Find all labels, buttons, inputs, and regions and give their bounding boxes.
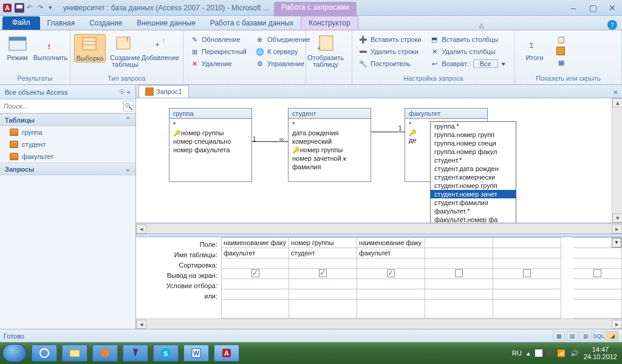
query-design-surface[interactable]: группа * 🔑номер группы номер специально … — [136, 98, 622, 223]
dropdown-item[interactable]: студент.* — [431, 156, 516, 164]
cell-sort[interactable] — [289, 258, 357, 269]
tray-volume-icon[interactable]: 🔊 — [570, 349, 579, 357]
horizontal-scrollbar[interactable]: ◂▸ — [136, 223, 622, 234]
field-dropdown[interactable]: группа.*группа.номер группгруппа.номер с… — [430, 121, 516, 223]
dropdown-item[interactable]: факультет.* — [431, 207, 516, 215]
nav-table-student[interactable]: студент — [0, 138, 135, 150]
checkbox[interactable] — [523, 269, 531, 277]
view-button[interactable]: Режим — [4, 34, 31, 61]
tab-create[interactable]: Создание — [82, 16, 129, 30]
doc-tab-zapros1[interactable]: Запрос1 — [138, 85, 189, 98]
view-design-icon[interactable]: ◢ — [606, 331, 618, 341]
cell-sort[interactable] — [222, 258, 289, 269]
field[interactable]: дата рождения — [291, 129, 368, 137]
field[interactable]: номер зачетной к — [291, 154, 368, 163]
cell-table[interactable]: студент — [289, 248, 357, 258]
cell-field[interactable]: наименование факу — [222, 238, 289, 248]
cell-criteria[interactable] — [425, 279, 493, 289]
tray-flag-icon[interactable] — [535, 349, 542, 357]
checkbox[interactable] — [387, 269, 395, 277]
dropdown-item[interactable]: факультет.номер фа — [431, 215, 516, 223]
scroll-down-button[interactable]: ▾ — [612, 214, 622, 223]
view-pivot-icon[interactable]: ▤ — [566, 331, 578, 341]
dropdown-item[interactable]: студент.фамилия — [431, 198, 516, 207]
field-pk[interactable]: 🔑номер группы — [172, 129, 249, 137]
delete-rows-button[interactable]: ➖Удалить строки — [356, 46, 423, 57]
field-pk[interactable]: 🔑номер группы — [291, 146, 368, 154]
cell-field[interactable]: номер группы — [289, 238, 357, 248]
taskbar-ie[interactable] — [32, 345, 57, 362]
cell-field[interactable] — [425, 238, 493, 248]
doc-close-button[interactable]: ✕ — [609, 87, 622, 98]
restore-button[interactable]: ▢ — [586, 2, 600, 13]
cell-or[interactable] — [493, 289, 561, 300]
search-icon[interactable]: 🔍 — [123, 101, 134, 112]
save-icon[interactable] — [15, 3, 24, 13]
dropdown-item[interactable]: группа.номер групп — [431, 130, 516, 139]
tray-show-hidden-icon[interactable]: ▴ — [527, 349, 530, 357]
tab-home[interactable]: Главная — [40, 16, 83, 30]
grid-col[interactable]: номер группыстудент — [289, 237, 357, 318]
search-input[interactable] — [1, 101, 123, 111]
cell-or[interactable] — [425, 289, 493, 300]
show-table-button[interactable]: +Отобразить таблицу — [310, 34, 341, 68]
view-datasheet-icon[interactable]: ▦ — [553, 331, 565, 341]
cell-or[interactable] — [222, 289, 289, 300]
cell-show[interactable] — [222, 269, 289, 279]
insert-rows-button[interactable]: ➕Вставить строки — [356, 34, 423, 45]
scroll-left-button[interactable]: ◂ — [136, 224, 146, 234]
dropdown-item[interactable]: группа.* — [431, 122, 516, 130]
grid-col[interactable] — [425, 237, 493, 318]
insert-cols-button[interactable]: ⬒Вставить столбцы — [427, 34, 507, 45]
table-names-button[interactable]: ▦ — [554, 57, 569, 68]
taskbar-explorer[interactable] — [62, 345, 87, 362]
dropdown-item[interactable]: группа.номер факул — [431, 147, 516, 156]
close-button[interactable]: ✕ — [605, 2, 620, 13]
tab-external[interactable]: Внешние данные — [129, 16, 203, 30]
select-query-button[interactable]: Выборка — [74, 34, 106, 62]
scroll-right-button[interactable]: ▸ — [612, 320, 622, 329]
property-sheet-button[interactable] — [554, 46, 569, 56]
nav-table-gruppa[interactable]: группа — [0, 126, 135, 138]
cell-table[interactable]: факультет — [222, 248, 289, 258]
help-icon[interactable]: ? — [607, 20, 617, 30]
redo-button[interactable]: ↷ — [38, 4, 46, 12]
scroll-left-button[interactable]: ◂ — [136, 320, 146, 329]
taskbar-word[interactable]: W — [183, 345, 209, 362]
cell-sort[interactable] — [425, 258, 493, 269]
dropdown-button[interactable]: ▼ — [612, 238, 621, 248]
tray-clock[interactable]: 14:4724.10.2012 — [584, 346, 617, 360]
dropdown-item[interactable]: студент.дата рожден — [431, 164, 516, 173]
checkbox[interactable] — [251, 269, 259, 277]
nav-table-fakultet[interactable]: факультет — [0, 150, 135, 163]
field[interactable]: комерческий — [291, 137, 368, 146]
tray-kaspersky-icon[interactable]: K — [547, 349, 552, 357]
nav-header[interactable]: Все объекты Access☉ « — [0, 85, 135, 99]
grid-col-new[interactable]: ▼ — [573, 237, 622, 318]
cell-show[interactable] — [425, 269, 493, 279]
passthrough-button[interactable]: 🌐К серверу — [253, 46, 312, 57]
delete-button[interactable]: ✕Удаление — [187, 58, 249, 69]
field[interactable]: номер специально — [172, 137, 249, 146]
nav-section-queries[interactable]: Запросы⌄ — [0, 163, 135, 175]
tray-network-icon[interactable]: 📶 — [557, 349, 566, 357]
vertical-scrollbar[interactable]: ▴ ▾ — [612, 98, 622, 223]
nav-section-tables[interactable]: Таблицы⌃ — [0, 113, 135, 126]
dropdown-item[interactable]: группа.номер специ — [431, 139, 516, 147]
tray-lang[interactable]: RU — [512, 349, 522, 357]
dropdown-item[interactable]: студент.номер групп — [431, 181, 516, 190]
update-button[interactable]: ✎Обновление — [187, 34, 249, 45]
view-sql-icon[interactable]: SQL — [593, 331, 605, 341]
table-box-gruppa[interactable]: группа * 🔑номер группы номер специально … — [169, 108, 252, 182]
append-button[interactable]: +!Добавление — [145, 34, 176, 61]
checkbox[interactable] — [455, 269, 463, 277]
cell-table[interactable]: факультет — [357, 248, 425, 258]
undo-button[interactable]: ↶ — [27, 4, 35, 12]
run-button[interactable]: !Выполнить — [35, 34, 66, 61]
tab-design[interactable]: Конструктор — [301, 16, 358, 30]
taskbar-media[interactable] — [92, 345, 118, 362]
cell-field[interactable]: наименование факу — [357, 238, 425, 248]
delete-cols-button[interactable]: ✕Удалить столбцы — [427, 46, 507, 57]
nav-dropdown-icon[interactable]: ☉ « — [119, 88, 131, 96]
checkbox[interactable] — [319, 269, 327, 277]
